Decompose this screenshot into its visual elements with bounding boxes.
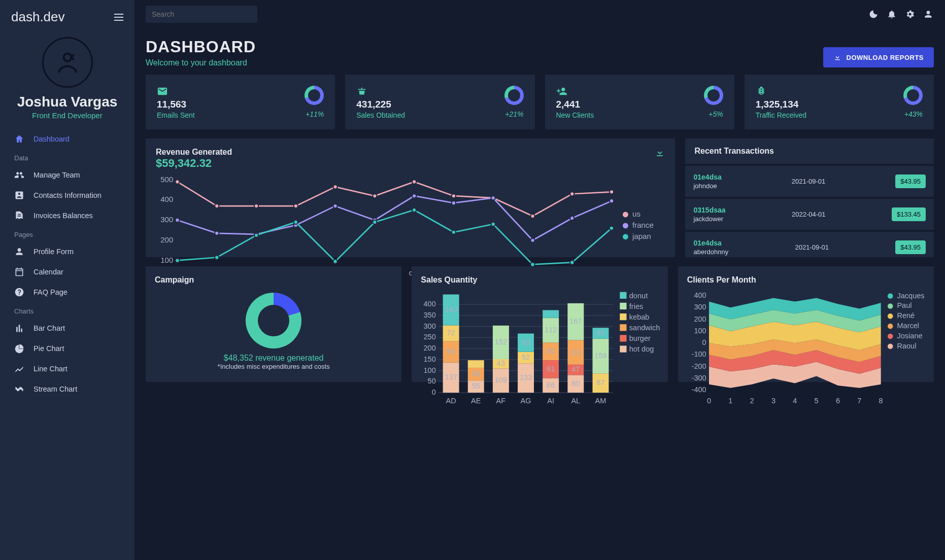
sidebar-item-invoices-balances[interactable]: Invoices Balances [5,205,129,226]
person-icon [14,247,24,257]
user-role: Front End Developer [5,111,129,120]
stat-label: New Clients [556,111,594,119]
svg-text:109: 109 [495,376,507,384]
svg-text:300: 300 [694,303,706,311]
svg-point-58 [623,234,628,239]
account-icon[interactable] [923,9,934,20]
svg-point-37 [452,201,456,205]
svg-text:Raoul: Raoul [897,342,916,350]
topbar [146,0,934,28]
download-icon [833,53,841,61]
stat-label: Emails Sent [157,111,195,119]
home-icon [14,134,24,144]
svg-text:AE: AE [471,397,481,405]
svg-point-42 [175,258,179,262]
transaction-row: 01e4dsaaberdohnny2021-09-01$43.95 [685,232,934,257]
svg-text:8: 8 [879,397,883,405]
sidebar-item-contacts-information[interactable]: Contacts Information [5,185,129,205]
svg-text:burger: burger [629,334,651,342]
svg-point-22 [333,185,337,189]
search-input[interactable] [151,10,252,19]
svg-text:81: 81 [547,365,555,373]
sidebar-item-line-chart[interactable]: Line Chart [5,359,129,379]
svg-point-39 [530,238,534,242]
sidebar-item-faq-page[interactable]: FAQ Page [5,282,129,302]
clients-panel: Clients Per Month -400-300-200-100010020… [678,266,934,382]
svg-point-54 [623,212,628,218]
svg-point-173 [888,344,893,349]
svg-text:Marcel: Marcel [897,322,919,330]
svg-text:us: us [632,209,640,218]
sidebar-item-pie-chart[interactable]: Pie Chart [5,338,129,359]
menu-toggle-button[interactable] [114,14,123,21]
svg-point-25 [452,194,456,198]
svg-text:Josiane: Josiane [897,332,922,340]
sales-bar-chart: 0501001502002503003504001379672140AD5558… [420,291,661,405]
txn-date: 2021-09-01 [792,178,826,185]
svg-text:137: 137 [445,373,457,381]
svg-text:43: 43 [497,359,505,367]
svg-point-56 [623,223,628,228]
svg-text:-200: -200 [691,362,706,370]
svg-text:400: 400 [694,291,706,299]
pie-icon [14,343,24,354]
sidebar-item-stream-chart[interactable]: Stream Chart [5,379,129,399]
svg-text:100: 100 [694,327,706,335]
nav-label: Invoices Balances [33,212,93,220]
nav-section-title: Pages [5,226,129,241]
svg-text:300: 300 [424,322,436,330]
svg-text:2: 2 [750,397,754,405]
svg-text:-400: -400 [691,386,706,394]
stat-card: 11,563Emails Sent+11% [146,75,335,129]
main: DASHBOARD Welcome to your dashboard DOWN… [134,0,945,560]
svg-text:fries: fries [629,302,643,310]
svg-text:100: 100 [160,256,173,264]
sidebar-item-manage-team[interactable]: Manage Team [5,165,129,185]
page-title: DASHBOARD [146,38,256,56]
clients-stream-chart: -400-300-200-1000100200300400012345678Ja… [686,291,928,405]
progress-ring [704,86,723,105]
svg-text:7: 7 [857,397,861,405]
svg-point-40 [570,216,574,220]
svg-point-47 [373,220,377,224]
svg-text:kebab: kebab [629,313,650,321]
sidebar-item-dashboard[interactable]: Dashboard [5,129,129,149]
svg-text:-300: -300 [691,374,706,382]
sidebar-item-calendar[interactable]: Calendar [5,262,129,282]
transaction-row: 0315dsaajackdower2022-04-01$133.45 [685,199,934,232]
person-add-icon [556,86,594,97]
revenue-title: Revenue Generated [156,148,232,157]
svg-text:150: 150 [424,355,436,363]
svg-point-50 [491,222,495,226]
sidebar: dash.dev Joshua Vargas Front End Develop… [0,0,134,560]
download-reports-label: DOWNLOAD REPORTS [847,54,924,61]
download-reports-button[interactable]: DOWNLOAD REPORTS [823,47,934,67]
svg-text:167: 167 [570,317,582,325]
search-box[interactable] [146,6,257,23]
theme-toggle-icon[interactable] [868,9,879,20]
sidebar-item-bar-chart[interactable]: Bar Chart [5,318,129,338]
stat-value: 1,325,134 [756,99,806,110]
notifications-icon[interactable] [886,9,897,20]
settings-icon[interactable] [904,9,916,20]
svg-text:france: france [632,221,654,229]
sales-panel: Sales Quantity 0501001502002503003504001… [412,266,667,382]
sidebar-item-profile-form[interactable]: Profile Form [5,241,129,262]
svg-text:111: 111 [570,348,582,356]
transactions-list[interactable]: 01e4dsajohndoe2021-09-01$43.950315dsaaja… [685,166,934,257]
nav-label: Calendar [33,268,63,276]
nav-label: Profile Form [33,248,74,256]
svg-point-18 [175,180,179,184]
svg-text:René: René [897,311,915,320]
svg-rect-143 [620,345,627,352]
svg-text:50: 50 [428,377,436,385]
nav-section-title: Charts [5,302,129,318]
svg-text:80: 80 [547,347,555,355]
revenue-panel: Revenue Generated $59,342.32 10020030040… [146,138,675,257]
stat-value: 2,441 [556,99,594,110]
revenue-download-icon[interactable] [655,148,665,160]
txn-id: 01e4dsa [693,173,721,181]
svg-point-30 [175,218,179,222]
team-icon [14,170,24,180]
stat-card: 1,325,134Traffic Received+43% [745,75,934,129]
